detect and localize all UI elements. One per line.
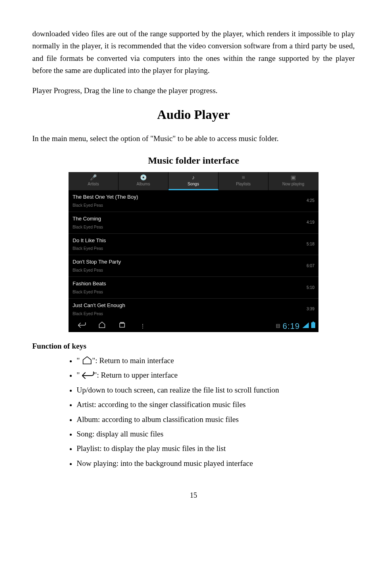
- android-navbar: ⋮ ▤ 6:19: [69, 320, 318, 332]
- song-artist: Black Eyed Peas: [73, 245, 304, 252]
- song-title: Don't Stop The Party: [73, 258, 304, 266]
- list-item[interactable]: The Coming Black Eyed Peas 4:19: [69, 212, 318, 234]
- svg-rect-2: [311, 322, 315, 328]
- func-item-song: Song: display all music files: [77, 428, 355, 440]
- tab-albums[interactable]: 💿 Albums: [119, 172, 169, 190]
- paragraph-progress: Player Progress, Drag the line to change…: [32, 85, 355, 97]
- sdcard-icon: ▤: [276, 322, 280, 330]
- song-list[interactable]: The Best One Yet (The Boy) Black Eyed Pe…: [69, 190, 318, 320]
- tab-label: Artists: [69, 181, 118, 187]
- function-heading: Function of keys: [32, 340, 355, 352]
- tab-nowplaying[interactable]: ▣ Now playing: [268, 172, 318, 190]
- func-item-home: " ": Return to main interface: [77, 355, 355, 367]
- tab-label: Albums: [119, 181, 168, 187]
- note-icon: ♪: [169, 175, 218, 180]
- func-item-playlist: Playlist: to display the play music file…: [77, 443, 355, 455]
- tab-label: Playlists: [218, 181, 268, 187]
- song-duration: 5:10: [304, 285, 314, 291]
- tab-songs[interactable]: ♪ Songs: [169, 172, 218, 190]
- paragraph-intro: downloaded video files are out of the ra…: [32, 28, 355, 77]
- song-title: Do It Like This: [73, 237, 304, 245]
- song-artist: Black Eyed Peas: [73, 311, 304, 317]
- svg-rect-1: [121, 322, 124, 323]
- list-icon: ≡: [218, 175, 268, 180]
- page-number: 15: [32, 490, 355, 501]
- song-artist: Black Eyed Peas: [73, 202, 304, 209]
- song-artist: Black Eyed Peas: [73, 267, 304, 274]
- song-duration: 6:07: [304, 263, 314, 269]
- song-duration: 5:18: [304, 241, 314, 247]
- heading-audio-player: Audio Player: [32, 104, 355, 125]
- battery-icon: [311, 322, 315, 330]
- song-title: Just Can't Get Enough: [73, 301, 304, 310]
- back-nav-icon[interactable]: [72, 321, 92, 331]
- recent-nav-icon[interactable]: [112, 321, 132, 331]
- song-artist: Black Eyed Peas: [73, 224, 304, 231]
- music-tabs: 🎤 Artists 💿 Albums ♪ Songs ≡ Playlists ▣…: [69, 172, 318, 190]
- func-item-album: Album: according to album classification…: [77, 413, 355, 426]
- svg-rect-0: [120, 323, 125, 327]
- svg-rect-3: [312, 322, 314, 322]
- song-duration: 3:39: [304, 306, 314, 312]
- song-duration: 4:25: [304, 197, 314, 204]
- func-item-artist: Artist: according to the singer classifi…: [77, 399, 355, 411]
- func-item-scroll: Up/down to touch screen, can realize the…: [77, 384, 355, 396]
- func-item-nowplaying: Now playing: into the background music p…: [77, 457, 355, 470]
- nowplaying-icon: ▣: [268, 175, 318, 180]
- back-arrow-icon: [82, 372, 94, 379]
- func-item-back: " ": Return to upper interface: [77, 369, 355, 381]
- home-outline-icon: [82, 356, 92, 364]
- paragraph-music-access: In the main menu, select the option of "…: [32, 133, 355, 145]
- list-item[interactable]: Don't Stop The Party Black Eyed Peas 6:0…: [69, 255, 318, 277]
- list-item[interactable]: The Best One Yet (The Boy) Black Eyed Pe…: [69, 190, 318, 212]
- song-title: Fashion Beats: [73, 280, 304, 288]
- song-artist: Black Eyed Peas: [73, 289, 304, 295]
- tab-playlists[interactable]: ≡ Playlists: [218, 172, 268, 190]
- mic-icon: 🎤: [69, 175, 118, 180]
- menu-nav-icon[interactable]: ⋮: [132, 322, 152, 330]
- song-title: The Coming: [73, 215, 304, 223]
- heading-music-folder: Music folder interface: [32, 153, 355, 168]
- tab-label: Songs: [169, 181, 218, 187]
- device-screenshot: 🎤 Artists 💿 Albums ♪ Songs ≡ Playlists ▣…: [69, 172, 318, 332]
- disc-icon: 💿: [119, 175, 168, 180]
- tab-label: Now playing: [268, 181, 318, 187]
- status-clock: 6:19: [283, 320, 300, 332]
- wifi-icon: [302, 322, 309, 330]
- song-duration: 4:19: [304, 219, 314, 226]
- function-list: " ": Return to main interface " ": Retur…: [32, 355, 355, 470]
- song-title: The Best One Yet (The Boy): [73, 193, 304, 202]
- home-nav-icon[interactable]: [92, 321, 112, 331]
- list-item[interactable]: Just Can't Get Enough Black Eyed Peas 3:…: [69, 299, 318, 320]
- list-item[interactable]: Do It Like This Black Eyed Peas 5:18: [69, 234, 318, 256]
- list-item[interactable]: Fashion Beats Black Eyed Peas 5:10: [69, 277, 318, 299]
- tab-artists[interactable]: 🎤 Artists: [69, 172, 119, 190]
